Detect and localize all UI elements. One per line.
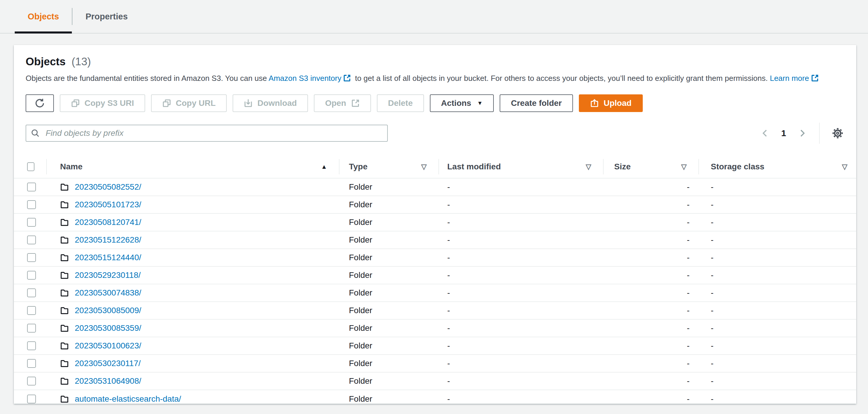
filter-icon[interactable]: ▽ (586, 163, 591, 171)
object-count: (13) (71, 56, 91, 68)
column-header-size[interactable]: Size ▽ (603, 156, 699, 178)
next-page-button[interactable] (797, 128, 808, 139)
download-icon (244, 99, 253, 108)
description-text-2: to get a list of all objects in your buc… (355, 74, 768, 82)
object-link[interactable]: 20230505082552/ (75, 182, 141, 192)
size-cell: - (603, 182, 699, 192)
size-cell: - (603, 341, 699, 350)
copy-s3-uri-button[interactable]: Copy S3 URI (60, 94, 145, 112)
external-link-icon (811, 74, 819, 82)
row-checkbox-cell (14, 182, 46, 192)
row-checkbox[interactable] (27, 200, 36, 209)
filter-icon[interactable]: ▽ (842, 163, 847, 171)
object-link[interactable]: automate-elasticsearch-data/ (75, 394, 181, 404)
row-checkbox[interactable] (27, 306, 36, 315)
type-cell: Folder (339, 394, 438, 404)
storage-class-cell: - (699, 235, 856, 245)
folder-icon (60, 306, 69, 315)
type-cell: Folder (339, 306, 438, 315)
column-header-last-modified[interactable]: Last modified ▽ (438, 156, 603, 178)
tab-objects[interactable]: Objects (15, 0, 72, 33)
row-checkbox[interactable] (27, 377, 36, 385)
previous-page-button[interactable] (760, 128, 771, 139)
objects-table: Name ▲ Type ▽ Last modified ▽ Size ▽ Sto… (14, 156, 856, 408)
row-checkbox-cell (14, 394, 46, 404)
external-link-icon (351, 99, 360, 108)
select-all-checkbox[interactable] (27, 162, 34, 171)
table-row: 20230530085009/ Folder - - - (14, 302, 856, 320)
filter-icon[interactable]: ▽ (681, 163, 687, 171)
object-link[interactable]: 20230505101723/ (75, 200, 141, 209)
learn-more-link[interactable]: Learn more (770, 74, 809, 82)
object-link[interactable]: 20230508120741/ (75, 217, 141, 227)
search-input[interactable] (26, 125, 388, 142)
object-link[interactable]: 20230515124440/ (75, 253, 141, 262)
name-cell: 20230515124440/ (46, 253, 339, 262)
delete-label: Delete (388, 99, 413, 108)
column-header-storage-class[interactable]: Storage class ▽ (699, 156, 856, 178)
row-checkbox[interactable] (27, 359, 36, 368)
filter-icon[interactable]: ▽ (421, 163, 427, 171)
copy-icon (162, 99, 171, 108)
sort-ascending-icon[interactable]: ▲ (321, 163, 327, 170)
inventory-link[interactable]: Amazon S3 inventory (269, 74, 341, 82)
actions-button[interactable]: Actions ▼ (430, 94, 494, 112)
column-label: Last modified (447, 162, 501, 171)
table-row: 20230505082552/ Folder - - - (14, 178, 856, 196)
create-folder-button[interactable]: Create folder (500, 94, 573, 112)
delete-button[interactable]: Delete (377, 94, 424, 112)
table-row: 20230529230118/ Folder - - - (14, 267, 856, 284)
row-checkbox[interactable] (27, 182, 36, 192)
panel-heading: Objects (13) (26, 45, 844, 68)
row-checkbox[interactable] (27, 236, 36, 244)
chevron-left-icon (761, 129, 769, 138)
column-header-name[interactable]: Name ▲ (46, 156, 339, 178)
object-link[interactable]: 20230530074838/ (75, 288, 141, 298)
storage-class-cell: - (699, 359, 856, 368)
folder-icon (60, 253, 69, 262)
tab-properties[interactable]: Properties (72, 0, 141, 33)
row-checkbox[interactable] (27, 271, 36, 280)
last-modified-cell: - (438, 359, 603, 368)
copy-icon (71, 99, 80, 108)
row-checkbox[interactable] (27, 341, 36, 350)
copy-url-label: Copy URL (176, 99, 216, 108)
column-header-type[interactable]: Type ▽ (339, 156, 438, 178)
object-link[interactable]: 20230530085009/ (75, 306, 141, 315)
open-label: Open (325, 99, 346, 108)
object-link[interactable]: 20230530230117/ (75, 359, 141, 368)
object-link[interactable]: 20230530100623/ (75, 341, 141, 350)
size-cell: - (603, 217, 699, 227)
row-checkbox[interactable] (27, 394, 36, 404)
last-modified-cell: - (438, 394, 603, 404)
object-link[interactable]: 20230530085359/ (75, 323, 141, 333)
last-modified-cell: - (438, 253, 603, 262)
row-checkbox[interactable] (27, 253, 36, 262)
storage-class-cell: - (699, 217, 856, 227)
search-icon (31, 129, 40, 138)
table-row: 20230515122628/ Folder - - - (14, 232, 856, 249)
row-checkbox[interactable] (27, 288, 36, 297)
download-button[interactable]: Download (232, 94, 308, 112)
current-page[interactable]: 1 (779, 128, 788, 138)
tab-bar: Objects Properties (0, 0, 868, 34)
object-link[interactable]: 20230515122628/ (75, 235, 141, 245)
row-checkbox[interactable] (27, 324, 36, 333)
last-modified-cell: - (438, 235, 603, 245)
table-row: 20230508120741/ Folder - - - (14, 214, 856, 232)
folder-icon (60, 324, 69, 333)
row-checkbox-cell (14, 377, 46, 385)
row-checkbox[interactable] (27, 218, 36, 227)
storage-class-cell: - (699, 323, 856, 333)
upload-button[interactable]: Upload (579, 94, 643, 112)
refresh-button[interactable] (26, 94, 54, 112)
copy-url-button[interactable]: Copy URL (151, 94, 227, 112)
settings-button[interactable] (831, 127, 844, 140)
object-link[interactable]: 20230531064908/ (75, 376, 141, 386)
external-link-icon (343, 74, 351, 82)
open-button[interactable]: Open (314, 94, 371, 112)
actions-label: Actions (441, 99, 471, 108)
last-modified-cell: - (438, 271, 603, 280)
object-link[interactable]: 20230529230118/ (75, 271, 141, 280)
last-modified-cell: - (438, 323, 603, 333)
